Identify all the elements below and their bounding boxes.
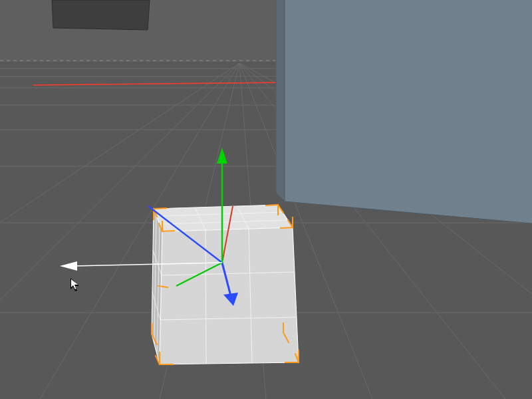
svg-marker-17 (52, 0, 150, 30)
svg-marker-19 (276, 0, 285, 201)
3d-viewport[interactable] (0, 0, 532, 399)
panel-upper-left[interactable] (52, 0, 150, 30)
cube-large[interactable] (276, 0, 532, 223)
svg-marker-18 (285, 0, 532, 223)
cube-selected[interactable] (152, 205, 299, 364)
svg-marker-26 (154, 205, 293, 231)
